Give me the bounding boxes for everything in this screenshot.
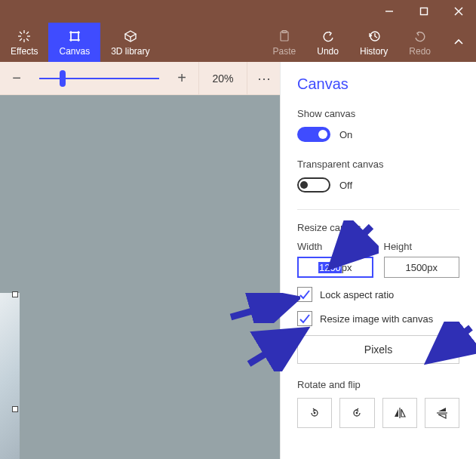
svg-marker-17 <box>125 31 136 37</box>
resize-canvas-label: Resize canvas <box>297 222 459 233</box>
ribbon-label: Paste <box>273 46 296 57</box>
svg-marker-26 <box>401 409 405 417</box>
window-titlebar <box>0 0 476 23</box>
canvas-panel: Canvas Show canvas On Transparent canvas… <box>280 62 476 459</box>
window-close-button[interactable] <box>441 0 476 23</box>
svg-marker-29 <box>438 414 446 418</box>
ribbon-label: Undo <box>317 46 339 57</box>
svg-marker-28 <box>438 408 446 411</box>
flip-horizontal-button[interactable] <box>382 398 417 428</box>
undo-icon <box>321 28 335 45</box>
height-input[interactable]: 1500px <box>384 257 460 278</box>
svg-line-11 <box>20 39 22 41</box>
toggle-state: Off <box>339 180 352 191</box>
divider <box>297 209 459 210</box>
library-icon <box>123 28 138 45</box>
zoom-out-button[interactable]: − <box>0 62 33 95</box>
width-input[interactable]: 1200px <box>297 257 373 278</box>
svg-line-9 <box>26 39 29 41</box>
dropdown-label: Pixels <box>364 343 392 356</box>
resize-image-checkbox[interactable]: Resize image with canvas <box>297 311 459 326</box>
svg-line-10 <box>26 32 29 34</box>
show-canvas-label: Show canvas <box>297 108 459 119</box>
effects-icon <box>17 28 32 45</box>
ribbon-label: Effects <box>11 46 38 57</box>
units-dropdown[interactable]: Pixels <box>297 335 459 364</box>
resize-handle[interactable] <box>12 291 18 297</box>
ribbon-3d-library[interactable]: 3D library <box>100 23 160 62</box>
ribbon-canvas[interactable]: Canvas <box>48 23 100 62</box>
canvas-icon <box>67 28 82 45</box>
zoom-in-button[interactable]: + <box>165 62 198 95</box>
zoom-slider[interactable] <box>33 62 165 95</box>
ribbon-collapse-button[interactable] <box>441 23 476 62</box>
ribbon-redo: Redo <box>398 23 441 62</box>
panel-title: Canvas <box>297 75 459 93</box>
ribbon-undo[interactable]: Undo <box>306 23 349 62</box>
lock-aspect-checkbox[interactable]: Lock aspect ratio <box>297 287 459 302</box>
rotate-flip-label: Rotate and flip <box>297 379 459 390</box>
rotate-right-button[interactable] <box>297 398 332 428</box>
svg-marker-25 <box>395 409 398 417</box>
check-icon <box>297 287 312 302</box>
flip-vertical-button[interactable] <box>425 398 459 428</box>
window-minimize-button[interactable] <box>372 0 407 23</box>
resize-handle[interactable] <box>12 406 18 412</box>
ribbon-label: Canvas <box>59 46 90 57</box>
paste-icon <box>278 28 291 45</box>
rotate-left-button[interactable] <box>339 398 374 428</box>
svg-point-23 <box>356 412 358 414</box>
workspace: − + 20% ⋯ <box>0 62 280 459</box>
height-label: Height <box>384 241 460 252</box>
checkbox-label: Resize image with canvas <box>320 313 433 325</box>
svg-rect-1 <box>421 8 428 15</box>
transparent-canvas-toggle[interactable] <box>297 177 330 193</box>
transparent-canvas-label: Transparent canvas <box>297 159 459 170</box>
show-canvas-toggle[interactable] <box>297 127 330 142</box>
ribbon-label: Redo <box>409 46 431 57</box>
svg-line-8 <box>20 32 22 34</box>
ribbon-toolbar: Effects Canvas 3D library Paste Undo His… <box>0 23 476 62</box>
ribbon-history[interactable]: History <box>349 23 398 62</box>
zoom-more-button[interactable]: ⋯ <box>247 62 280 95</box>
ribbon-label: History <box>360 46 388 57</box>
redo-icon <box>413 28 427 45</box>
ribbon-paste: Paste <box>263 23 307 62</box>
chevron-down-icon <box>438 343 448 356</box>
toggle-state: On <box>339 129 352 140</box>
svg-rect-12 <box>71 32 78 40</box>
ribbon-label: 3D library <box>111 46 149 57</box>
check-icon <box>297 311 312 326</box>
canvas-image <box>0 293 20 459</box>
svg-point-22 <box>314 412 316 414</box>
checkbox-label: Lock aspect ratio <box>320 289 394 300</box>
zoom-percent[interactable]: 20% <box>198 62 247 95</box>
ribbon-effects[interactable]: Effects <box>0 23 48 62</box>
zoom-toolbar: − + 20% ⋯ <box>0 62 280 95</box>
canvas-area[interactable] <box>0 95 280 459</box>
width-label: Width <box>297 241 373 252</box>
history-icon <box>367 28 381 45</box>
window-maximize-button[interactable] <box>407 0 441 23</box>
